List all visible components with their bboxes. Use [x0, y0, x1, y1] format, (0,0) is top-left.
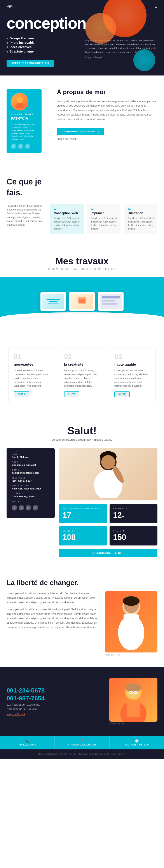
footer-icon: 📞 [3, 739, 52, 743]
about-title: À propos de moi [57, 89, 158, 96]
feature-desc: Lorem ipsum dolor sit amet, consectetur … [14, 369, 50, 388]
stat-card-1: ANNÉES XP 12+ [109, 504, 158, 523]
stat-card-3: PROJETS 150 [109, 526, 158, 546]
about-cta-button[interactable]: APPRENDRE ENCORE PLUS [57, 128, 104, 135]
feature-desc: Lorem ipsum dolor sit amet, consectetur … [64, 369, 100, 388]
salut-subtitle: Je suis un graphiste créatif aux multipl… [6, 438, 158, 441]
service-num: 02. [91, 208, 117, 210]
freedom-image [105, 591, 158, 652]
salut-twitter-icon[interactable]: t [19, 505, 24, 510]
salut-info-card: NOM Prénla Malrson RÔLE Concepteur princ… [6, 448, 55, 518]
stat-value: 108 [63, 533, 103, 542]
salut-title: Salut! [6, 425, 158, 437]
stat-label: PROJETS [113, 529, 154, 532]
portfolio-subtitle: COMMERCIALISATION ET CONCEPTION [0, 268, 164, 271]
about-social: f t in [11, 144, 37, 149]
svg-rect-3 [79, 299, 85, 304]
mockup-inner-1 [42, 293, 64, 309]
header-cta-button[interactable]: APPRENDRE ENCORE PLUS [6, 60, 54, 67]
salut-interest-row: INTÉRÊTS Code, Desing, Films [12, 493, 50, 498]
facebook-icon[interactable]: f [11, 144, 16, 149]
salut-photo [59, 448, 158, 500]
feature-suite-button[interactable]: suite [14, 392, 29, 397]
feature-suite-button[interactable]: suite [64, 392, 79, 397]
service-title: Conception Web [54, 211, 80, 215]
mockup-1 [40, 292, 66, 311]
header-feature-item: Stratégie unique [6, 50, 79, 53]
stat-card-0: RÉCOMPENSES REMPORTÉES 17 [59, 504, 107, 523]
freedom-image-wrap: image de Freepik [105, 591, 158, 656]
salut-youtube-icon[interactable]: ▶ [26, 505, 31, 510]
service-desc: Sample text. Click to select the text bo… [91, 217, 117, 230]
header-features: Design PremiumPhoto incroyableIdées créa… [6, 36, 79, 67]
contact-phone-1: 001-234-5678 [6, 687, 103, 694]
svg-rect-5 [102, 296, 120, 299]
download-cv-button[interactable]: TÉLÉCHARGER LE CI → [59, 549, 158, 557]
about-card-desc: Je suis une graphiste créatif au multipl… [11, 123, 37, 141]
svg-rect-7 [102, 303, 118, 305]
footer-label: APPELEZ-NOUS [3, 744, 52, 746]
salut-email-label: E-MAIL [12, 469, 50, 471]
about-name: PATRYCIA [11, 117, 37, 121]
footer-icon: 🕐 [112, 739, 161, 743]
stat-label: ANNÉES XP [113, 507, 154, 510]
stat-value: 17 [63, 511, 103, 520]
salut-tel-value: (186) 627-534-217 [12, 479, 50, 482]
portfolio-wave-decoration [0, 312, 164, 326]
freedom-section: La liberté de changer. Lorem ipsum dolor… [0, 568, 164, 667]
salut-nom-row: NOM Prénla Malrson [12, 453, 50, 458]
salut-tel-label: TÉLÉPHONE [12, 477, 50, 479]
salut-role-label: RÔLE [12, 461, 50, 463]
contact-image-link[interactable]: Image de Freepik [6, 713, 103, 715]
contact-photo-credit: Image de Freepik [109, 722, 158, 725]
footer-bar-item-1[interactable]: 📍» TUNER» LOCALISATION [55, 736, 109, 749]
salut-info: NOM Prénla Malrson RÔLE Concepteur princ… [6, 448, 55, 557]
svg-rect-18 [124, 614, 139, 634]
services-grid: Paragraph. Lorem ipsum dolor sit amet, c… [6, 204, 158, 234]
service-desc: Sample text. Click to select the text bo… [54, 217, 80, 230]
header-feature-item: Photo incroyable [6, 41, 79, 44]
feature-num: 02 [64, 353, 100, 361]
salut-interest-label: INTÉRÊTS [12, 493, 50, 495]
footer-bar-item-2[interactable]: 🕐PLU - VEN — 9H - 21 H [109, 736, 164, 749]
salut-social-row: SOCIAL f t ▶ in [12, 500, 50, 510]
menu-icon[interactable]: ≡ [155, 4, 158, 9]
services-section: Ce que je fais. Paragraph. Lorem ipsum d… [0, 166, 164, 245]
mockup-3 [98, 292, 124, 311]
salut-linkedin-icon[interactable]: in [33, 505, 38, 510]
svg-rect-23 [127, 700, 140, 717]
footer-bar: 📞APPELEZ-NOUS📍» TUNER» LOCALISATION🕐PLU … [0, 736, 164, 749]
contact-phone-2: 001-987-7654 [6, 695, 103, 702]
portfolio-section: Mes travaux COMMERCIALISATION ET CONCEPT… [0, 245, 164, 336]
feature-title: nouveautés [14, 363, 50, 367]
download-btn-wrap: TÉLÉCHARGER LE CI → [59, 549, 158, 557]
bottom-bar-text: Sample text. Click to select the text bo… [38, 753, 126, 755]
salut-grid: NOM Prénla Malrson RÔLE Concepteur princ… [6, 448, 158, 557]
header-feature-item: Idées créatives [6, 45, 79, 49]
blob-decoration-2 [85, 13, 116, 44]
mockup-line [46, 299, 60, 300]
mockup-line [48, 303, 59, 304]
footer-bar-item-0[interactable]: 📞APPELEZ-NOUS [0, 736, 55, 749]
feature-desc: Lorem ipsum dolor sit amet, consectetur … [114, 369, 150, 388]
mockup-inner-3 [100, 293, 122, 309]
header-feature-item: Design Premium [6, 36, 79, 40]
service-title: Imprimer [91, 211, 117, 215]
twitter-icon[interactable]: t [18, 144, 23, 149]
stat-value: 150 [113, 533, 154, 542]
portfolio-title: Mes travaux [0, 256, 164, 267]
contact-photo [109, 678, 158, 722]
feature-suite-button[interactable]: suite [114, 392, 130, 397]
salut-interest-value: Code, Desing, Films [12, 495, 50, 498]
footer-icon: 📍 [57, 739, 106, 743]
avatar [11, 93, 28, 111]
salut-facebook-icon[interactable]: f [12, 505, 17, 510]
header: logo ≡ conception Design PremiumPhoto in… [0, 0, 164, 75]
salut-social-label: SOCIAL [12, 500, 50, 503]
services-title-1: Ce que je [6, 177, 158, 186]
blob-decoration-3 [133, 49, 155, 71]
svg-point-21 [126, 683, 141, 692]
services-intro: Paragraph. Lorem ipsum dolor sit amet, c… [6, 204, 46, 234]
linkedin-icon[interactable]: in [25, 144, 30, 149]
salut-email-row: E-MAIL designer@example.com [12, 469, 50, 474]
